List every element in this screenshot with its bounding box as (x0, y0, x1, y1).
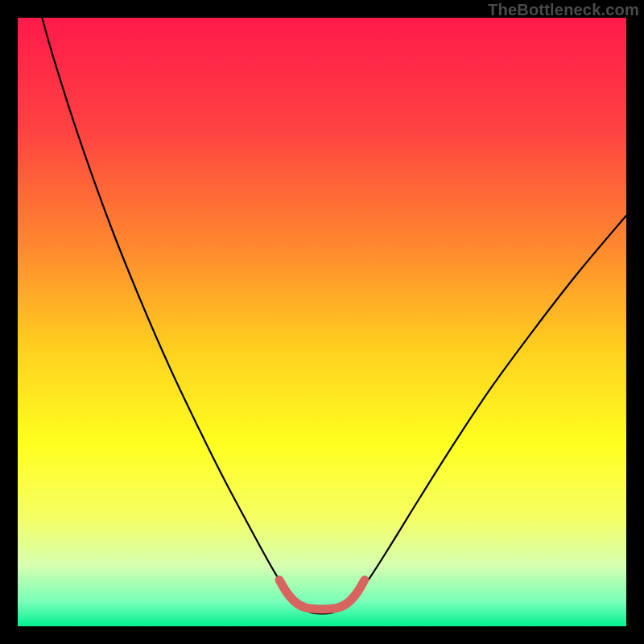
chart-frame: TheBottleneck.com (0, 0, 644, 644)
watermark-text: TheBottleneck.com (488, 1, 639, 19)
bottleneck-chart (18, 18, 626, 626)
gradient-background (18, 18, 626, 626)
plot-area (18, 18, 626, 626)
